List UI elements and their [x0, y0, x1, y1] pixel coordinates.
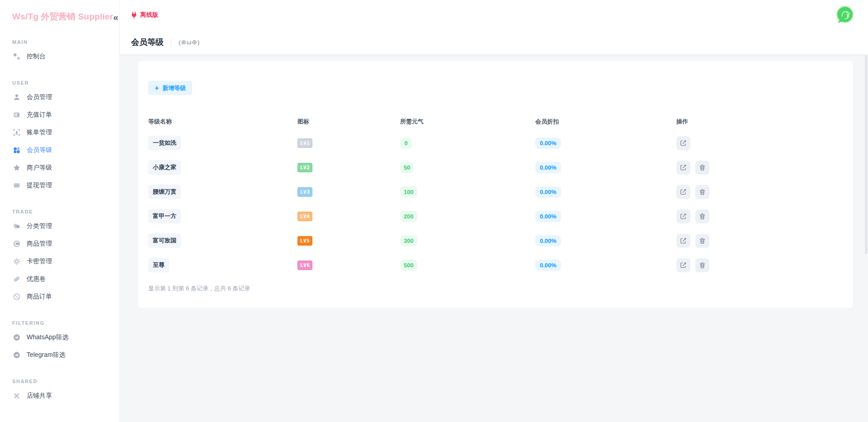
sidebar-item-product-orders[interactable]: 商品订单 — [0, 288, 119, 305]
sidebar-item-label: 商户等级 — [27, 164, 52, 172]
offline-mode-badge[interactable]: 离线版 — [131, 11, 159, 19]
sidebar-item-label: 提现管理 — [27, 181, 52, 190]
energy-value: 50 — [400, 162, 414, 173]
energy-value: 100 — [400, 186, 417, 198]
sidebar-item-product[interactable]: 商品管理 — [0, 235, 119, 252]
member-level-card: + 新增等级 等级名称 图标 所需元气 会员折扣 操作 一贫如洗 LV1 — [138, 61, 853, 308]
delete-button[interactable] — [695, 234, 709, 248]
energy-value: 500 — [400, 260, 417, 271]
sidebar-item-recharge-orders[interactable]: 充值订单 — [0, 106, 119, 123]
level-name-badge: 至尊 — [148, 258, 169, 272]
user-avatar[interactable] — [835, 5, 854, 24]
member-management-icon — [12, 93, 21, 101]
table-row: 一贫如洗 LV1 0 0.00% — [148, 131, 853, 155]
section-label-main: MAIN — [0, 39, 119, 45]
sidebar-item-coupon[interactable]: 优惠卷 — [0, 270, 119, 288]
sidebar-item-withdrawal[interactable]: 提现管理 — [0, 176, 119, 194]
withdrawal-icon — [12, 181, 21, 190]
trash-icon — [699, 189, 706, 195]
sidebar-item-label: 商品订单 — [27, 293, 52, 301]
energy-value: 200 — [400, 211, 417, 222]
table-row: 富甲一方 LV4 200 0.00% — [148, 204, 853, 228]
sidebar-item-whatsapp-filter[interactable]: WhatsApp筛选 — [0, 328, 119, 346]
sidebar-collapse-icon[interactable]: « — [113, 12, 118, 22]
main-area: 离线版 会员等级 (⊛ω⊛) + 新增等级 — [120, 0, 868, 422]
table-row: 富可敌国 LV5 300 0.00% — [148, 228, 853, 253]
content-background: + 新增等级 等级名称 图标 所需元气 会员折扣 操作 一贫如洗 LV1 — [120, 54, 868, 422]
level-lv6-badge: LV6 — [297, 261, 312, 270]
app-window: Ws/Tg 外贸营销 Supplier « MAIN 控制台 USER 会员管理… — [0, 0, 868, 422]
edit-button[interactable] — [676, 209, 690, 223]
product-orders-icon — [12, 292, 21, 301]
edit-icon — [680, 164, 687, 171]
energy-value: 0 — [400, 138, 412, 149]
sidebar-item-label: Telegram筛选 — [27, 351, 66, 359]
sidebar-item-billing[interactable]: 账单管理 — [0, 123, 119, 141]
add-level-button[interactable]: + 新增等级 — [148, 81, 192, 95]
sidebar-item-label: WhatsApp筛选 — [27, 333, 69, 341]
delete-button[interactable] — [695, 209, 709, 223]
delete-button[interactable] — [695, 161, 709, 175]
sidebar-item-label: 分类管理 — [27, 222, 52, 230]
sidebar-item-label: 优惠卷 — [27, 275, 46, 283]
edit-icon — [680, 189, 687, 195]
edit-icon — [680, 140, 687, 147]
delete-button[interactable] — [695, 185, 709, 199]
section-label-trade: TRADE — [0, 209, 119, 214]
scrollbar[interactable] — [865, 55, 868, 254]
discount-value: 0.00% — [535, 186, 561, 198]
app-logo: Ws/Tg 外贸营销 Supplier — [12, 11, 113, 23]
sidebar-item-category[interactable]: 分类管理 — [0, 217, 119, 235]
delete-button[interactable] — [695, 258, 709, 272]
offline-label: 离线版 — [140, 11, 159, 19]
dino-avatar-icon — [835, 5, 854, 24]
col-header-name: 等级名称 — [148, 118, 297, 126]
sidebar-item-label: 充值订单 — [27, 111, 52, 119]
col-header-actions: 操作 — [676, 118, 853, 126]
level-name-badge: 小康之家 — [148, 160, 181, 175]
sidebar-item-member-management[interactable]: 会员管理 — [0, 88, 119, 106]
level-lv5-badge: LV5 — [297, 236, 312, 246]
discount-value: 0.00% — [535, 162, 561, 173]
topbar: 离线版 — [120, 0, 868, 30]
edit-button[interactable] — [676, 234, 690, 248]
trash-icon — [699, 213, 706, 220]
merchant-level-icon — [12, 163, 21, 172]
plus-icon: + — [155, 85, 159, 92]
telegram-filter-icon — [12, 351, 21, 359]
edit-button[interactable] — [676, 185, 690, 199]
sidebar-item-member-level[interactable]: 会员等级 — [0, 141, 119, 159]
edit-button[interactable] — [676, 136, 690, 150]
table-header-row: 等级名称 图标 所需元气 会员折扣 操作 — [148, 113, 853, 131]
col-header-energy: 所需元气 — [400, 118, 535, 126]
sidebar-item-merchant-level[interactable]: 商户等级 — [0, 159, 119, 176]
sidebar-item-label: 控制台 — [27, 52, 46, 61]
sidebar-item-telegram-filter[interactable]: Telegram筛选 — [0, 346, 119, 364]
sidebar-item-label: 商品管理 — [27, 240, 52, 248]
table-row: 小康之家 LV2 50 0.00% — [148, 155, 853, 180]
sidebar-item-shop-share[interactable]: 店铺共享 — [0, 387, 119, 404]
page-header: 会员等级 (⊛ω⊛) — [120, 30, 868, 54]
billing-icon — [12, 128, 21, 137]
table-row: 至尊 LV6 500 0.00% — [148, 253, 853, 277]
section-label-user: USER — [0, 80, 119, 85]
console-icon — [12, 52, 21, 61]
edit-icon — [680, 237, 687, 244]
edit-button[interactable] — [676, 258, 690, 272]
level-name-badge: 一贫如洗 — [148, 136, 181, 150]
shop-share-icon — [12, 391, 21, 400]
sidebar: Ws/Tg 外贸营销 Supplier « MAIN 控制台 USER 会员管理… — [0, 0, 120, 422]
level-lv2-badge: LV2 — [297, 163, 312, 172]
coupon-icon — [12, 275, 21, 283]
sidebar-item-console[interactable]: 控制台 — [0, 47, 119, 65]
product-icon — [12, 239, 21, 248]
edit-icon — [680, 213, 687, 220]
sidebar-item-label: 会员管理 — [27, 93, 52, 101]
sidebar-item-card-key[interactable]: 卡密管理 — [0, 252, 119, 270]
table-row: 腰缠万贯 LV3 100 0.00% — [148, 180, 853, 204]
plug-icon — [131, 12, 137, 19]
edit-button[interactable] — [676, 161, 690, 175]
discount-value: 0.00% — [535, 260, 561, 271]
energy-value: 300 — [400, 235, 417, 247]
title-divider — [171, 38, 171, 47]
